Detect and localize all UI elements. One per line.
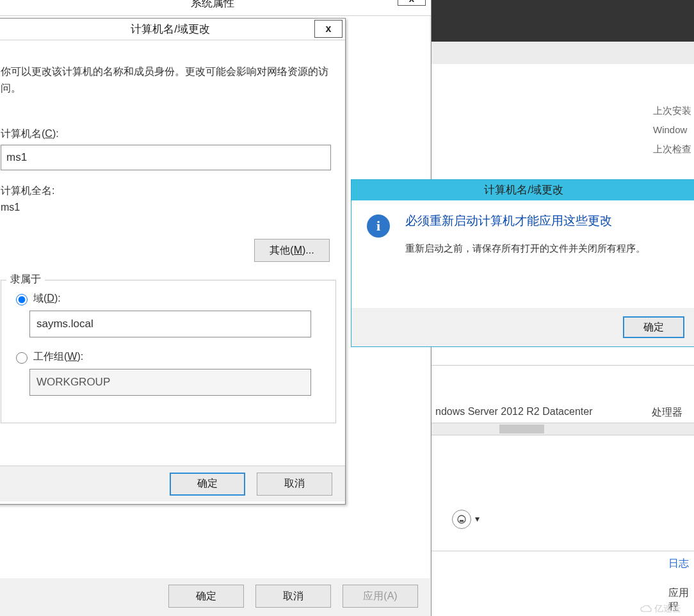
namedlg-titlebar[interactable]: 计算机名/域更改 x — [0, 19, 345, 40]
namedlg-content: 你可以更改该计算机的名称和成员身份。更改可能会影响对网络资源的访问。 计算机名(… — [0, 40, 345, 432]
workgroup-radio-label: 工作组(W): — [33, 350, 83, 364]
watermark-text: 亿速云 — [654, 603, 681, 615]
background-header-dark — [429, 0, 694, 42]
disk-dropdown-icon[interactable] — [452, 510, 471, 529]
msgbox-ok-button[interactable]: 确定 — [623, 316, 684, 338]
background-update-labels: 上次安装 Window 上次检查 — [653, 101, 691, 159]
namedlg-cancel-button[interactable]: 取消 — [257, 473, 332, 496]
computer-name-input[interactable] — [1, 145, 331, 170]
full-computer-name-label: 计算机全名: — [1, 184, 336, 198]
background-divider-lower — [429, 551, 694, 551]
system-properties-title-text: 系统属性 — [191, 0, 234, 9]
computer-name-domain-change-dialog: 计算机名/域更改 x 你可以更改该计算机的名称和成员身份。更改可能会影响对网络资… — [0, 18, 346, 505]
restart-required-messagebox: 计算机名/域更改 i 必须重新启动计算机才能应用这些更改 重新启动之前，请保存所… — [351, 179, 694, 347]
background-scrollbar-thumb[interactable] — [499, 425, 544, 434]
namedlg-button-row: 确定 取消 — [0, 466, 345, 501]
domain-radio-row[interactable]: 域(D): — [13, 292, 324, 305]
namedlg-close-button[interactable]: x — [314, 20, 343, 38]
sysprops-apply-button: 应用(A) — [343, 585, 418, 608]
namedlg-title-text: 计算机名/域更改 — [131, 23, 210, 35]
sysprops-cancel-button[interactable]: 取消 — [255, 585, 331, 608]
svg-point-0 — [458, 515, 465, 523]
msgbox-title-text: 计算机名/域更改 — [484, 184, 563, 196]
msgbox-titlebar[interactable]: 计算机名/域更改 — [351, 180, 694, 200]
cloud-icon — [640, 605, 652, 613]
member-of-group: 隶属于 域(D): 工作组(W): — [1, 280, 336, 423]
sysprops-ok-button[interactable]: 确定 — [168, 585, 244, 608]
namedlg-description: 你可以更改该计算机的名称和成员身份。更改可能会影响对网络资源的访问。 — [1, 63, 336, 97]
system-properties-close-button[interactable]: x — [398, 0, 426, 6]
svg-rect-1 — [460, 520, 464, 522]
info-icon: i — [367, 215, 390, 238]
computer-name-label: 计算机名(C): — [1, 127, 336, 141]
domain-radio[interactable] — [16, 294, 28, 305]
bg-label-last-check: 上次检查 — [653, 140, 691, 159]
domain-radio-label: 域(D): — [33, 292, 61, 305]
full-computer-name-value: ms1 — [1, 202, 336, 213]
msgbox-heading: 必须重新启动计算机才能应用这些更改 — [405, 212, 683, 230]
msgbox-footer: 确定 — [351, 308, 694, 346]
workgroup-input — [29, 369, 311, 396]
other-button-row: 其他(M)... — [1, 239, 336, 262]
background-horizontal-scrollbar[interactable] — [429, 423, 694, 435]
bg-label-windows: Window — [653, 120, 691, 140]
workgroup-radio[interactable] — [16, 352, 28, 364]
background-cpu-label: 处理器 — [652, 406, 682, 419]
msgbox-body: i 必须重新启动计算机才能应用这些更改 重新启动之前，请保存所有打开的文件并关闭… — [351, 200, 694, 308]
disk-dropdown-caret-icon[interactable]: ▾ — [475, 514, 480, 524]
bg-label-last-install: 上次安装 — [653, 101, 691, 120]
other-button[interactable]: 其他(M)... — [254, 239, 330, 262]
background-toolbar-strip — [429, 42, 694, 64]
workgroup-radio-row[interactable]: 工作组(W): — [13, 350, 324, 364]
log-link[interactable]: 日志 — [668, 557, 689, 571]
system-properties-titlebar[interactable]: 系统属性 x — [0, 0, 431, 16]
watermark: 亿速云 — [640, 603, 681, 615]
background-os-edition: ndows Server 2012 R2 Datacenter — [435, 406, 592, 417]
msgbox-body-text: 重新启动之前，请保存所有打开的文件并关闭所有程序。 — [405, 240, 683, 257]
member-of-group-title: 隶属于 — [6, 273, 45, 286]
namedlg-ok-button[interactable]: 确定 — [170, 473, 245, 496]
domain-input[interactable] — [29, 311, 311, 337]
background-divider-upper — [429, 365, 694, 366]
system-properties-button-row: 确定 取消 应用(A) — [0, 578, 431, 614]
